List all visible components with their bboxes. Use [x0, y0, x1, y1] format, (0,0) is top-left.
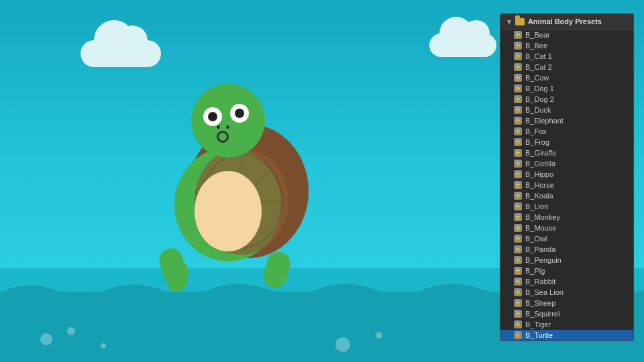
bubble — [67, 327, 75, 335]
turtle-head — [191, 84, 265, 158]
collapse-arrow-icon: ▼ — [506, 18, 513, 25]
list-item[interactable]: B_Bear — [500, 29, 633, 40]
list-item[interactable]: B_Giraffe — [500, 147, 633, 158]
lock-icon — [514, 235, 522, 243]
list-item[interactable]: B_Cat 1 — [500, 51, 633, 62]
lock-icon — [514, 74, 522, 82]
list-item[interactable]: B_Lion — [500, 201, 633, 212]
item-label: B_Tiger — [525, 320, 551, 328]
list-item[interactable]: B_Turtle — [500, 330, 633, 341]
list-item[interactable]: B_Bee — [500, 40, 633, 51]
item-label: B_Dog 2 — [525, 95, 554, 103]
lock-icon — [514, 138, 522, 146]
item-label: B_Lion — [525, 202, 548, 210]
lock-icon — [514, 245, 522, 253]
lock-icon — [514, 192, 522, 200]
animal-body-presets-panel: ▼ Animal Body Presets B_BearB_BeeB_Cat 1… — [500, 13, 634, 341]
lock-icon — [514, 31, 522, 39]
item-label: B_Dog 1 — [525, 84, 554, 93]
lock-icon — [514, 181, 522, 189]
item-label: B_Koala — [525, 192, 553, 200]
nostril-right — [226, 125, 229, 129]
list-item[interactable]: B_Elephant — [500, 115, 633, 126]
bubble — [376, 332, 382, 339]
list-item[interactable]: B_Pig — [500, 265, 633, 276]
lock-icon — [514, 42, 522, 50]
lock-icon — [514, 267, 522, 275]
list-item[interactable]: B_Dog 2 — [500, 94, 633, 105]
item-label: B_Panda — [525, 245, 555, 253]
list-item[interactable]: B_Duck — [500, 105, 633, 115]
list-item[interactable]: B_Gorilla — [500, 158, 633, 169]
item-label: B_Gorilla — [525, 160, 555, 168]
list-item[interactable]: B_Rabbit — [500, 276, 633, 287]
item-label: B_Turtle — [525, 331, 553, 339]
list-item[interactable]: B_Owl — [500, 233, 633, 244]
list-item[interactable]: B_Cat 2 — [500, 62, 633, 72]
list-item[interactable]: B_Penguin — [500, 255, 633, 265]
scene: ▼ Animal Body Presets B_BearB_BeeB_Cat 1… — [0, 0, 644, 362]
item-label: B_Cat 1 — [525, 52, 552, 60]
bubble — [335, 337, 350, 352]
bubble — [101, 343, 106, 349]
item-label: B_Bee — [525, 42, 547, 50]
item-label: B_Cow — [525, 74, 549, 82]
lock-icon — [514, 288, 522, 296]
cloud-right — [429, 34, 496, 57]
lock-icon — [514, 106, 522, 114]
lock-icon — [514, 320, 522, 328]
lock-icon — [514, 95, 522, 103]
bubble — [40, 333, 52, 345]
list-item[interactable]: B_Panda — [500, 244, 633, 255]
turtle-mouth — [217, 131, 229, 143]
folder-icon — [515, 18, 525, 25]
list-item[interactable]: B_Horse — [500, 180, 633, 190]
list-item[interactable]: B_Monkey — [500, 212, 633, 223]
lock-icon — [514, 256, 522, 264]
list-item[interactable]: B_Sheep — [500, 298, 633, 308]
item-label: B_Owl — [525, 235, 547, 243]
eye-left — [203, 107, 222, 126]
item-label: B_Rabbit — [525, 278, 555, 286]
lock-icon — [514, 160, 522, 168]
list-item[interactable]: B_Dog 1 — [500, 83, 633, 94]
item-label: B_Bear — [525, 31, 550, 39]
item-label: B_Cat 2 — [525, 63, 552, 71]
item-label: B_Giraffe — [525, 149, 556, 157]
list-item[interactable]: B_Sea Lion — [500, 287, 633, 298]
pupil-left — [208, 112, 217, 121]
list-item[interactable]: B_Cow — [500, 72, 633, 83]
panel-list[interactable]: B_BearB_BeeB_Cat 1B_Cat 2B_CowB_Dog 1B_D… — [500, 29, 633, 341]
panel-title: Animal Body Presets — [528, 17, 602, 25]
lock-icon — [514, 213, 522, 221]
item-label: B_Hippo — [525, 170, 553, 178]
lock-icon — [514, 149, 522, 157]
item-label: B_Monkey — [525, 213, 560, 221]
lock-icon — [514, 224, 522, 232]
lock-icon — [514, 63, 522, 71]
cloud-left — [80, 40, 161, 67]
lock-icon — [514, 117, 522, 125]
nostril-left — [217, 125, 220, 129]
list-item[interactable]: B_Fox — [500, 126, 633, 137]
list-item[interactable]: B_Frog — [500, 137, 633, 147]
item-label: B_Pig — [525, 267, 545, 275]
item-label: B_Frog — [525, 138, 549, 146]
turtle-belly — [195, 171, 262, 251]
list-item[interactable]: B_Squirrel — [500, 308, 633, 319]
item-label: B_Sheep — [525, 299, 555, 307]
lock-icon — [514, 299, 522, 307]
item-label: B_Mouse — [525, 224, 556, 232]
lock-icon — [514, 52, 522, 60]
list-item[interactable]: B_Mouse — [500, 223, 633, 233]
panel-header[interactable]: ▼ Animal Body Presets — [500, 14, 633, 29]
lock-icon — [514, 202, 522, 210]
list-item[interactable]: B_Hippo — [500, 169, 633, 180]
list-item[interactable]: B_Tiger — [500, 319, 633, 330]
list-item[interactable]: B_Koala — [500, 190, 633, 201]
lock-icon — [514, 84, 522, 93]
eye-right — [230, 104, 249, 123]
lock-icon — [514, 310, 522, 318]
lock-icon — [514, 331, 522, 339]
item-label: B_Duck — [525, 106, 551, 114]
